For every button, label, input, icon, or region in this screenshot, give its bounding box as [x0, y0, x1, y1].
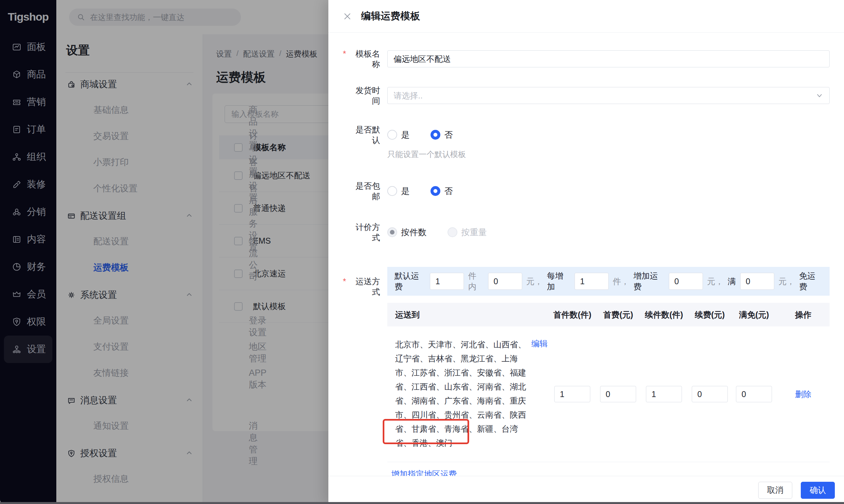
- default-fee-panel: 默认运费件内元，每增加件，增加运费元，满元，免运费: [387, 267, 830, 296]
- additional-qty-input[interactable]: [646, 386, 682, 402]
- fee-table-column-header: 满免(元): [731, 309, 777, 320]
- is-default-yes-radio[interactable]: 是: [387, 129, 410, 141]
- fee-text: 满: [728, 276, 736, 287]
- fee-text: 件，: [613, 276, 629, 287]
- radio-unchecked-icon: [387, 130, 397, 140]
- region-list: 北京市、天津市、河北省、山西省、辽宁省、吉林省、黑龙江省、上海市、江苏省、浙江省…: [395, 338, 526, 450]
- pricing-by-quantity-radio: 按件数: [387, 227, 427, 238]
- default-fee-input[interactable]: [430, 273, 464, 290]
- free-threshold-input[interactable]: [736, 386, 772, 402]
- radio-checked-icon: [431, 130, 440, 140]
- drawer-header: 编辑运费模板: [328, 0, 844, 33]
- pricing-by-weight-radio: 按重量: [448, 227, 487, 238]
- is-default-no-radio[interactable]: 否: [431, 129, 453, 141]
- cancel-button[interactable]: 取消: [758, 482, 792, 499]
- radio-disabled-checked-icon: [387, 227, 397, 237]
- default-fee-input[interactable]: [669, 273, 703, 290]
- drawer-body: *模板名称 发货时间 请选择.. 是否默认: [328, 33, 844, 480]
- template-name-label: *模板名称: [348, 49, 380, 69]
- radio-unchecked-icon: [387, 186, 397, 196]
- fee-text: 默认运费: [395, 270, 426, 292]
- is-default-hint: 只能设置一个默认模板: [387, 149, 830, 160]
- edit-freight-template-drawer: 编辑运费模板 *模板名称 发货时间 请选择.. 是: [328, 0, 844, 504]
- additional-fee-input[interactable]: [692, 386, 728, 402]
- pricing-type-label: 计价方式: [348, 222, 380, 243]
- required-asterisk: *: [320, 49, 346, 59]
- fee-text: 件内: [468, 270, 484, 292]
- radio-disabled-icon: [448, 227, 458, 237]
- chevron-down-icon: [815, 92, 823, 100]
- first-qty-input[interactable]: [554, 386, 590, 402]
- default-fee-input[interactable]: [488, 273, 522, 290]
- free-shipping-no-radio[interactable]: 否: [431, 185, 453, 197]
- fee-text: 每增加: [547, 270, 570, 292]
- shipping-method-label: *运送方式: [348, 267, 380, 297]
- fee-table-column-header: 首费(元): [597, 309, 639, 320]
- free-shipping-label: 是否包邮: [348, 181, 380, 201]
- fee-table-column-header: 首件数(件): [548, 309, 597, 320]
- delete-row-link[interactable]: 删除: [795, 389, 812, 400]
- fee-text: 增加运费: [634, 270, 665, 292]
- fee-table-column-header: 操作: [777, 309, 830, 320]
- fee-text: 元，: [527, 276, 543, 287]
- fee-text: 元，: [707, 276, 724, 287]
- first-fee-input[interactable]: [600, 386, 636, 402]
- confirm-button[interactable]: 确认: [801, 482, 835, 499]
- close-button[interactable]: [342, 11, 352, 22]
- template-name-input[interactable]: [387, 50, 830, 67]
- fee-text: 元，: [778, 276, 795, 287]
- fee-table-column-header: 续件数(件): [639, 309, 689, 320]
- fee-table-row: 北京市、天津市、河北省、山西省、辽宁省、吉林省、黑龙江省、上海市、江苏省、浙江省…: [387, 326, 830, 462]
- drawer-title: 编辑运费模板: [361, 10, 420, 23]
- ship-time-select[interactable]: 请选择..: [387, 87, 830, 104]
- default-fee-input[interactable]: [740, 273, 774, 290]
- edit-region-link[interactable]: 编辑: [531, 338, 548, 349]
- ship-time-placeholder: 请选择..: [394, 90, 423, 101]
- close-icon: [342, 11, 352, 22]
- default-fee-input[interactable]: [574, 273, 608, 290]
- is-default-label: 是否默认: [348, 124, 380, 145]
- fee-table-header: 运送到首件数(件)首费(元)续件数(件)续费(元)满免(元)操作: [387, 303, 830, 326]
- free-shipping-yes-radio[interactable]: 是: [387, 185, 410, 197]
- required-asterisk: *: [320, 276, 346, 287]
- window-bottom-edge: [0, 502, 844, 504]
- radio-checked-icon: [431, 186, 440, 196]
- drawer-footer: 取消 确认: [328, 476, 844, 504]
- fee-table-column-header: 运送到: [387, 309, 548, 320]
- modal-overlay[interactable]: [0, 0, 328, 504]
- app-window: Tigshop 面板商品营销订单组织装修分销内容财务会员权限设置 在这里查找功能…: [0, 0, 844, 504]
- shipping-fee-table: 运送到首件数(件)首费(元)续件数(件)续费(元)满免(元)操作 北京市、天津市…: [387, 303, 830, 462]
- fee-table-column-header: 续费(元): [689, 309, 731, 320]
- ship-time-label: 发货时间: [348, 85, 380, 106]
- fee-text: 免运费: [799, 270, 822, 292]
